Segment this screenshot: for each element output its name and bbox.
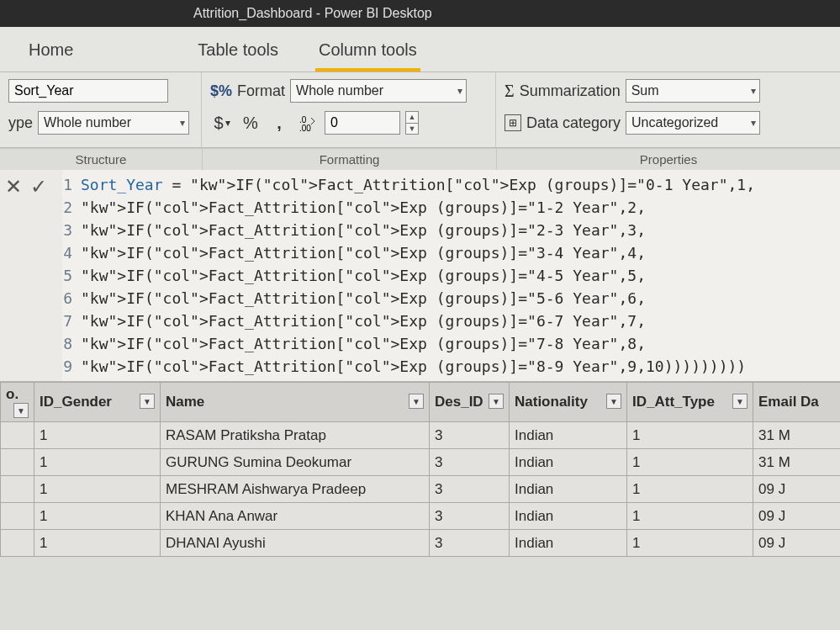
percent-button[interactable]: % xyxy=(239,111,262,135)
line-number: 4 xyxy=(62,241,81,264)
category-icon: ⊞ xyxy=(505,114,521,131)
col-header-no[interactable]: o.▼ xyxy=(1,383,34,422)
col-header-nationality[interactable]: Nationality▼ xyxy=(510,383,627,422)
cell-des-id[interactable]: 3 xyxy=(430,422,510,449)
cell-no[interactable] xyxy=(1,476,34,503)
decimals-input[interactable] xyxy=(325,111,400,135)
cell-id-gender[interactable]: 1 xyxy=(34,449,161,476)
col-header-email-date[interactable]: Email Da xyxy=(753,383,841,422)
cell-id-gender[interactable]: 1 xyxy=(34,476,161,503)
cell-name[interactable]: MESHRAM Aishwarya Pradeep xyxy=(161,476,430,503)
column-name-input[interactable] xyxy=(8,79,168,103)
cancel-formula-button[interactable]: ✕ xyxy=(5,175,22,199)
cell-email-date[interactable]: 09 J xyxy=(753,530,841,557)
cell-email-date[interactable]: 09 J xyxy=(753,503,841,530)
cell-name[interactable]: DHANAI Ayushi xyxy=(161,530,430,557)
cell-des-id[interactable]: 3 xyxy=(430,449,510,476)
cell-name[interactable]: RASAM Pratiksha Pratap xyxy=(161,422,430,449)
cell-des-id[interactable]: 3 xyxy=(430,503,510,530)
formula-bar: ✕ ✓ 1Sort_Year = "kw">IF("col">Fact_Attr… xyxy=(0,170,840,382)
datatype-select[interactable]: Whole number xyxy=(38,111,189,135)
format-value: Whole number xyxy=(296,83,383,98)
cell-no[interactable] xyxy=(1,449,34,476)
window-title: Attrition_Dashboard - Power BI Desktop xyxy=(193,6,432,21)
col-header-des-id[interactable]: Des_ID▼ xyxy=(430,383,510,422)
tab-column-tools[interactable]: Column tools xyxy=(315,32,420,71)
category-label: Data category xyxy=(526,114,621,132)
table-row[interactable]: 1KHAN Ana Anwar3Indian109 J xyxy=(1,503,841,530)
titlebar: Attrition_Dashboard - Power BI Desktop xyxy=(0,0,840,27)
data-grid[interactable]: o.▼ ID_Gender▼ Name▼ Des_ID▼ Nationality… xyxy=(0,382,840,557)
cell-nationality[interactable]: Indian xyxy=(510,476,627,503)
format-label: Format xyxy=(237,82,285,100)
cell-email-date[interactable]: 09 J xyxy=(753,476,841,503)
col-header-name[interactable]: Name▼ xyxy=(161,383,430,422)
format-select[interactable]: Whole number xyxy=(290,79,467,103)
filter-icon[interactable]: ▼ xyxy=(409,394,424,409)
cell-nationality[interactable]: Indian xyxy=(510,530,627,557)
filter-icon[interactable]: ▼ xyxy=(732,394,748,409)
category-select[interactable]: Uncategorized xyxy=(626,111,760,135)
currency-button[interactable]: $▾ xyxy=(210,111,234,135)
cell-id-att-type[interactable]: 1 xyxy=(627,422,753,449)
cell-id-att-type[interactable]: 1 xyxy=(627,530,753,557)
data-grid-wrap: o.▼ ID_Gender▼ Name▼ Des_ID▼ Nationality… xyxy=(0,382,840,557)
table-row[interactable]: 1GURUNG Sumina Deokumar3Indian131 M xyxy=(1,449,841,476)
tab-home[interactable]: Home xyxy=(25,32,77,71)
cell-id-att-type[interactable]: 1 xyxy=(627,449,753,476)
commit-formula-button[interactable]: ✓ xyxy=(30,175,47,199)
cell-name[interactable]: GURUNG Sumina Deokumar xyxy=(161,449,430,476)
cell-name[interactable]: KHAN Ana Anwar xyxy=(161,503,430,530)
filter-icon[interactable]: ▼ xyxy=(140,394,155,409)
cell-nationality[interactable]: Indian xyxy=(510,422,627,449)
line-number: 3 xyxy=(62,219,81,241)
formula-line[interactable]: 6"kw">IF("col">Fact_Attrition["col">Exp … xyxy=(62,287,840,310)
cell-no[interactable] xyxy=(1,530,34,557)
cell-nationality[interactable]: Indian xyxy=(510,449,627,476)
filter-icon[interactable]: ▼ xyxy=(489,394,504,409)
cell-id-gender[interactable]: 1 xyxy=(34,503,161,530)
summarization-value: Sum xyxy=(631,83,659,98)
formula-line[interactable]: 9"kw">IF("col">Fact_Attrition["col">Exp … xyxy=(62,355,840,378)
decimals-spinner[interactable]: ▲▼ xyxy=(405,111,419,135)
formula-line[interactable]: 1Sort_Year = "kw">IF("col">Fact_Attritio… xyxy=(62,173,840,196)
cell-des-id[interactable]: 3 xyxy=(430,476,510,503)
cell-nationality[interactable]: Indian xyxy=(510,503,627,530)
format-percent-icon: $% xyxy=(210,82,232,100)
thousands-button[interactable]: , xyxy=(267,111,291,135)
caption-formatting: Formatting xyxy=(202,149,496,170)
cell-id-gender[interactable]: 1 xyxy=(34,530,161,557)
formula-line[interactable]: 5"kw">IF("col">Fact_Attrition["col">Exp … xyxy=(62,264,840,287)
ribbon-tabs: Home Table tools Column tools xyxy=(0,27,840,72)
group-structure: ype Whole number xyxy=(0,72,202,147)
cell-id-att-type[interactable]: 1 xyxy=(627,476,753,503)
line-number: 9 xyxy=(62,355,81,378)
cell-no[interactable] xyxy=(1,422,34,449)
line-number: 8 xyxy=(62,332,81,355)
tab-table-tools[interactable]: Table tools xyxy=(194,32,282,71)
formula-line[interactable]: 8"kw">IF("col">Fact_Attrition["col">Exp … xyxy=(62,332,840,355)
filter-icon[interactable]: ▼ xyxy=(13,403,29,418)
col-header-id-att-type[interactable]: ID_Att_Type▼ xyxy=(627,383,753,422)
formula-line[interactable]: 7"kw">IF("col">Fact_Attrition["col">Exp … xyxy=(62,310,840,332)
formula-editor[interactable]: 1Sort_Year = "kw">IF("col">Fact_Attritio… xyxy=(62,170,840,381)
caption-properties: Properties xyxy=(496,149,840,170)
summarization-select[interactable]: Sum xyxy=(626,79,760,103)
table-row[interactable]: 1RASAM Pratiksha Pratap3Indian131 M xyxy=(1,422,841,449)
cell-id-gender[interactable]: 1 xyxy=(34,422,161,449)
formula-line[interactable]: 3"kw">IF("col">Fact_Attrition["col">Exp … xyxy=(62,219,840,241)
filter-icon[interactable]: ▼ xyxy=(606,394,621,409)
formula-line[interactable]: 2"kw">IF("col">Fact_Attrition["col">Exp … xyxy=(62,196,840,219)
col-header-id-gender[interactable]: ID_Gender▼ xyxy=(34,383,161,422)
table-row[interactable]: 1MESHRAM Aishwarya Pradeep3Indian109 J xyxy=(1,476,841,503)
cell-des-id[interactable]: 3 xyxy=(430,530,510,557)
cell-no[interactable] xyxy=(1,503,34,530)
table-row[interactable]: 1DHANAI Ayushi3Indian109 J xyxy=(1,530,841,557)
formula-line[interactable]: 4"kw">IF("col">Fact_Attrition["col">Exp … xyxy=(62,241,840,264)
decimals-icon: .0.00 xyxy=(296,111,320,135)
cell-id-att-type[interactable]: 1 xyxy=(627,503,753,530)
cell-email-date[interactable]: 31 M xyxy=(753,449,841,476)
summarization-label: Summarization xyxy=(520,82,621,100)
ribbon-group-captions: Structure Formatting Properties xyxy=(0,148,840,170)
cell-email-date[interactable]: 31 M xyxy=(753,422,841,449)
